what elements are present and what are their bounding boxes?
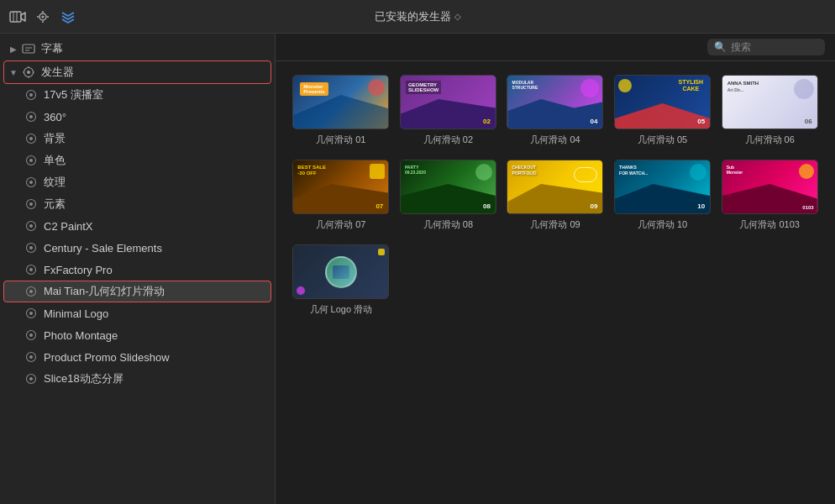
sidebar-item-label-background: 背景	[44, 131, 66, 146]
sidebar-item-icon-fxfactory	[24, 262, 39, 277]
sidebar-item-icon-background	[24, 131, 39, 146]
sidebar-item-slice18[interactable]: Slice18动态分屏	[3, 368, 271, 390]
sidebar-item-360[interactable]: 360°	[3, 106, 271, 128]
thumbnail-geologo	[292, 244, 389, 299]
grid-item-label-geo02: 几何滑动 02	[423, 134, 473, 146]
grid-item-label-geo09: 几何滑动 09	[530, 218, 580, 231]
sidebar-item-solid[interactable]: 单色	[3, 150, 271, 171]
sidebar-item-minimallogo[interactable]: Minimal Logo	[3, 302, 271, 324]
sidebar-item-century[interactable]: Century - Sale Elements	[3, 237, 271, 259]
toolbar-title: 已安装的发生器 ◇	[375, 9, 461, 24]
grid-item-geo09[interactable]: CHECKOUTPORTFOLIO 09 几何滑动 09	[507, 160, 604, 231]
svg-point-4	[42, 15, 45, 18]
sidebar-item-fxfactory[interactable]: FxFactory Pro	[3, 259, 271, 281]
sidebar-item-label-minimallogo: Minimal Logo	[44, 307, 108, 320]
sidebar-item-label-productpromo: Product Promo Slideshow	[44, 351, 170, 364]
sidebar-item-label-texture: 纹理	[44, 175, 66, 190]
sidebar-item-icon-17v5	[24, 87, 39, 102]
sidebar-item-maitianslide[interactable]: Mai Tian-几何幻灯片滑动	[3, 281, 271, 302]
svg-point-19	[29, 137, 33, 140]
sidebar-group-captions[interactable]: ▶ 字幕	[3, 37, 271, 60]
thumbnail-geo0103: SubMonster 0103	[722, 160, 818, 214]
thumbnail-geo01: MonsterPresents	[292, 75, 389, 129]
grid-item-geo10[interactable]: THANKSFOR WATCH... 10 几何滑动 10	[614, 160, 712, 231]
thumbnail-geo10: THANKSFOR WATCH... 10	[614, 160, 711, 214]
grid-item-label-geo08: 几何滑动 08	[423, 218, 473, 231]
svg-point-27	[29, 224, 33, 228]
sidebar-item-icon-century	[24, 240, 39, 255]
svg-point-23	[29, 181, 33, 184]
sidebar-item-icon-360	[24, 109, 39, 124]
layers-icon[interactable]	[59, 8, 77, 26]
grid-area: MonsterPresents 几何滑动 01 GEOMETRYSLIDESHO…	[276, 61, 835, 504]
grid-item-geo02[interactable]: GEOMETRYSLIDESHOW 02 几何滑动 02	[400, 75, 497, 146]
svg-point-25	[29, 202, 33, 206]
sidebar-item-element[interactable]: 元素	[3, 193, 271, 215]
sidebar-item-icon-photomontage	[24, 328, 39, 343]
svg-point-29	[29, 246, 33, 249]
grid-item-geo05[interactable]: STYLISHCAKE 05 几何滑动 05	[614, 75, 712, 146]
content-toolbar: 🔍	[276, 34, 835, 61]
svg-point-21	[29, 159, 33, 162]
sidebar-item-background[interactable]: 背景	[3, 128, 271, 150]
grid-item-geologo[interactable]: 几何 Logo 滑动	[292, 244, 390, 316]
sidebar-item-label-17v5: 17v5 演播室	[44, 87, 103, 102]
sidebar-group-generators[interactable]: ▼ 发生器	[3, 60, 271, 84]
svg-rect-5	[23, 45, 34, 53]
grid-item-label-geo04: 几何滑动 04	[530, 134, 580, 146]
generators-group-icon	[21, 65, 36, 80]
grid-item-geo01[interactable]: MonsterPresents 几何滑动 01	[292, 75, 390, 146]
svg-point-37	[29, 333, 33, 337]
sidebar-item-icon-texture	[24, 175, 39, 190]
main-layout: ▶ 字幕 ▼	[0, 34, 835, 504]
search-input[interactable]	[731, 41, 818, 53]
thumbnail-geo04: MODULARSTRUCTURE 04	[507, 75, 603, 129]
sidebar-item-label-maitianslide: Mai Tian-几何幻灯片滑动	[44, 284, 165, 299]
svg-point-33	[29, 290, 33, 293]
grid-item-label-geo01: 几何滑动 01	[316, 134, 365, 146]
svg-point-15	[29, 93, 33, 97]
thumbnail-geo02: GEOMETRYSLIDESHOW 02	[400, 75, 496, 129]
sidebar-item-label-photomontage: Photo Montage	[44, 329, 118, 342]
thumbnail-geo09: CHECKOUTPORTFOLIO 09	[507, 160, 603, 214]
thumbnail-geo06: ANNA SMITHArt Dir... 06	[722, 75, 818, 129]
sidebar: ▶ 字幕 ▼	[0, 34, 276, 504]
grid-item-geo0103[interactable]: SubMonster 0103 几何滑动 0103	[721, 160, 818, 231]
captions-group-icon	[21, 41, 36, 56]
triangle-generators: ▼	[8, 67, 18, 77]
sidebar-item-icon-c2paintx	[24, 218, 39, 234]
sidebar-item-icon-productpromo	[24, 349, 39, 365]
captions-group-label: 字幕	[41, 41, 63, 56]
svg-point-17	[29, 115, 33, 118]
triangle-captions: ▶	[8, 44, 18, 54]
svg-point-41	[29, 377, 33, 381]
grid-item-label-geologo: 几何 Logo 滑动	[310, 303, 373, 316]
sidebar-item-icon-maitianslide	[24, 284, 39, 299]
svg-rect-0	[10, 12, 21, 22]
search-box[interactable]: 🔍	[707, 39, 825, 55]
audio-icon[interactable]	[34, 8, 52, 26]
sidebar-item-label-century: Century - Sale Elements	[44, 242, 162, 255]
sidebar-item-productpromo[interactable]: Product Promo Slideshow	[3, 346, 271, 368]
sidebar-item-label-360: 360°	[44, 111, 66, 123]
video-clip-icon[interactable]	[8, 8, 27, 26]
sidebar-item-texture[interactable]: 纹理	[3, 171, 271, 193]
sidebar-item-photomontage[interactable]: Photo Montage	[3, 324, 271, 346]
sidebar-item-17v5[interactable]: 17v5 演播室	[3, 84, 271, 106]
sidebar-item-icon-slice18	[24, 371, 39, 386]
generators-group-label: 发生器	[41, 65, 74, 80]
grid-item-geo07[interactable]: BEST SALE-30 OFF 07 几何滑动 07	[292, 160, 390, 231]
sidebar-item-c2paintx[interactable]: C2 PaintX	[3, 215, 271, 237]
grid-item-label-geo0103: 几何滑动 0103	[739, 218, 800, 231]
content-area: 🔍 MonsterPresents 几何滑动 01 GEOMETRYSLIDES…	[276, 34, 835, 504]
grid-item-geo04[interactable]: MODULARSTRUCTURE 04 几何滑动 04	[507, 75, 604, 146]
grid-item-label-geo10: 几何滑动 10	[638, 218, 687, 231]
sidebar-item-label-solid: 单色	[44, 153, 66, 168]
search-icon: 🔍	[714, 41, 727, 53]
grid-item-geo06[interactable]: ANNA SMITHArt Dir... 06 几何滑动 06	[721, 75, 818, 146]
thumbnail-grid: MonsterPresents 几何滑动 01 GEOMETRYSLIDESHO…	[292, 75, 818, 316]
sidebar-item-icon-minimallogo	[24, 306, 39, 321]
svg-point-35	[29, 312, 33, 315]
sidebar-item-icon-solid	[24, 153, 39, 168]
grid-item-geo08[interactable]: PARTY09.23.2020 08 几何滑动 08	[400, 160, 497, 231]
